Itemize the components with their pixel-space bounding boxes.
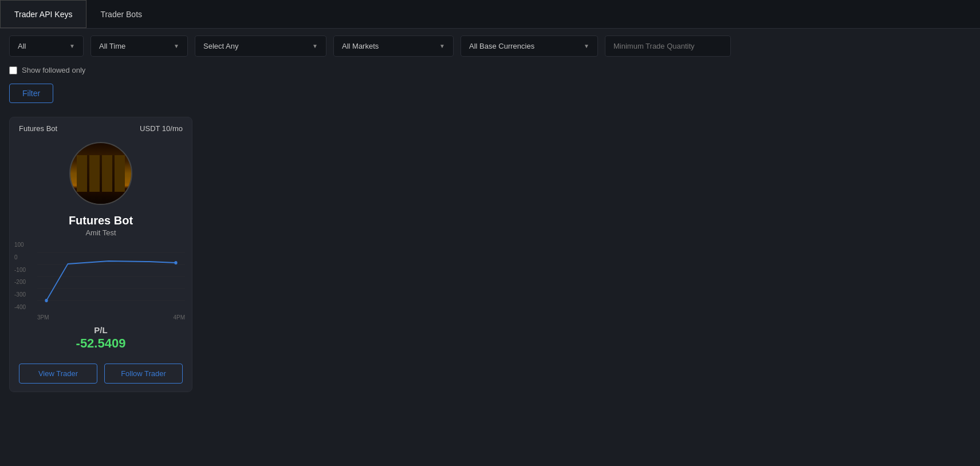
filter-row: All ▼ All Time ▼ Select Any ▼ All Market… bbox=[0, 29, 980, 64]
chart-area: 100 0 -100 -200 -300 -400 bbox=[10, 242, 192, 322]
filter-time-label: All Time bbox=[99, 42, 125, 50]
filter-all-dropdown[interactable]: All ▼ bbox=[9, 35, 84, 57]
y-label-n200: -200 bbox=[14, 279, 26, 285]
chevron-down-icon: ▼ bbox=[584, 43, 589, 49]
chevron-down-icon: ▼ bbox=[174, 43, 179, 49]
filter-min-trade-quantity[interactable]: Minimum Trade Quantity bbox=[605, 35, 731, 57]
y-label-0: 0 bbox=[14, 254, 26, 260]
chevron-down-icon: ▼ bbox=[69, 43, 75, 49]
card-type: Futures Bot bbox=[19, 124, 57, 133]
y-label-n100: -100 bbox=[14, 267, 26, 273]
avatar bbox=[69, 142, 132, 205]
filter-quantity-label: Minimum Trade Quantity bbox=[613, 42, 695, 50]
chart-y-labels: 100 0 -100 -200 -300 -400 bbox=[14, 242, 26, 310]
filter-markets-dropdown[interactable]: All Markets ▼ bbox=[333, 35, 454, 57]
chevron-down-icon: ▼ bbox=[312, 43, 318, 49]
bot-subtitle: Amit Test bbox=[10, 228, 192, 242]
filter-button[interactable]: Filter bbox=[9, 84, 53, 103]
view-trader-button[interactable]: View Trader bbox=[19, 364, 97, 384]
filter-all-label: All bbox=[18, 42, 26, 50]
svg-point-5 bbox=[45, 299, 48, 302]
filter-select-any-label: Select Any bbox=[203, 42, 238, 50]
show-followed-checkbox[interactable] bbox=[9, 66, 17, 74]
y-label-100: 100 bbox=[14, 242, 26, 248]
bot-name: Futures Bot bbox=[10, 207, 192, 228]
chevron-down-icon: ▼ bbox=[439, 43, 445, 49]
filter-markets-label: All Markets bbox=[342, 42, 379, 50]
trader-card: Futures Bot USDT 10/mo Futures Bot Amit … bbox=[9, 117, 192, 392]
filter-button-row: Filter bbox=[0, 81, 980, 112]
pl-section: P/L -52.5409 bbox=[10, 322, 192, 358]
x-label-3pm: 3PM bbox=[37, 314, 49, 321]
filter-time-dropdown[interactable]: All Time ▼ bbox=[90, 35, 188, 57]
chart-svg bbox=[37, 244, 185, 310]
filter-currencies-dropdown[interactable]: All Base Currencies ▼ bbox=[461, 35, 598, 57]
pl-value: -52.5409 bbox=[10, 335, 192, 351]
card-price: USDT 10/mo bbox=[140, 124, 183, 133]
pl-label: P/L bbox=[10, 325, 192, 335]
tab-trader-bots[interactable]: Trader Bots bbox=[86, 0, 156, 28]
avatar-scene bbox=[70, 143, 131, 204]
filter-currencies-label: All Base Currencies bbox=[469, 42, 534, 50]
chart-x-labels: 3PM 4PM bbox=[37, 314, 185, 321]
follow-trader-button[interactable]: Follow Trader bbox=[104, 364, 183, 384]
card-avatar-area bbox=[10, 137, 192, 207]
card-footer: View Trader Follow Trader bbox=[10, 358, 192, 392]
checkbox-row: Show followed only bbox=[0, 64, 980, 81]
card-header: Futures Bot USDT 10/mo bbox=[10, 117, 192, 137]
top-navigation: Trader API Keys Trader Bots bbox=[0, 0, 980, 29]
cards-area: Futures Bot USDT 10/mo Futures Bot Amit … bbox=[0, 112, 980, 397]
y-label-n400: -400 bbox=[14, 304, 26, 310]
show-followed-label[interactable]: Show followed only bbox=[22, 66, 85, 74]
filter-select-any-dropdown[interactable]: Select Any ▼ bbox=[195, 35, 326, 57]
svg-point-6 bbox=[174, 261, 177, 264]
y-label-n300: -300 bbox=[14, 291, 26, 298]
x-label-4pm: 4PM bbox=[173, 314, 185, 321]
tab-trader-api-keys[interactable]: Trader API Keys bbox=[0, 0, 86, 28]
